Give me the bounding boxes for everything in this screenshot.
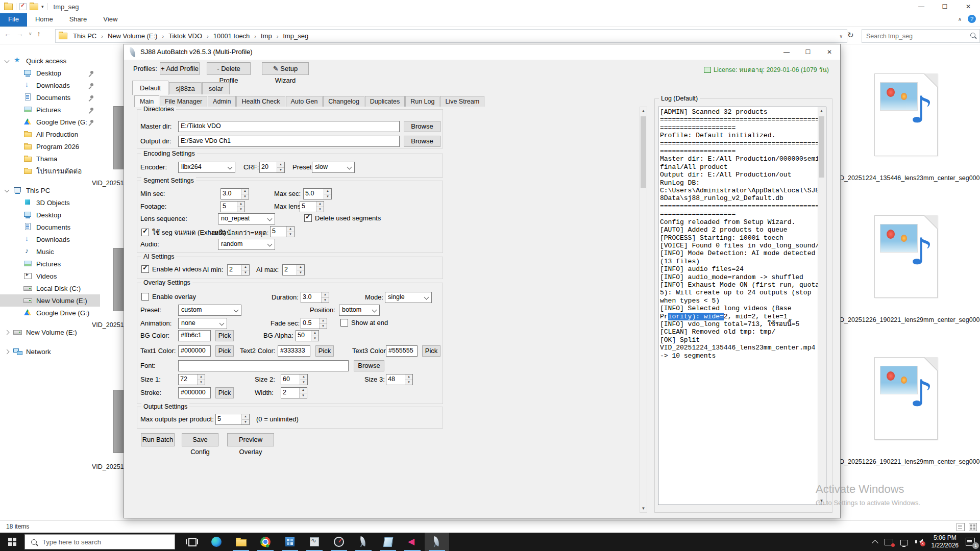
- remain-spinner[interactable]: 5▲▼: [270, 226, 295, 237]
- scrollbar-thumb[interactable]: [819, 116, 824, 178]
- spin-up-icon[interactable]: ▲: [277, 162, 284, 168]
- breadcrumb-item[interactable]: Tiktok VDO: [167, 31, 204, 41]
- crf-spinner[interactable]: 20▲▼: [259, 162, 285, 173]
- master-browse-button[interactable]: Browse: [404, 121, 440, 132]
- sidebar-item[interactable]: Downloads: [0, 79, 100, 91]
- font-input[interactable]: [178, 360, 349, 371]
- remote-access-tray-icon[interactable]: [885, 539, 893, 545]
- new-folder-icon[interactable]: [30, 4, 38, 10]
- clock[interactable]: 5:06 PM 1/22/2026: [932, 534, 959, 549]
- sidebar-item[interactable]: Google Drive (G:): [0, 307, 100, 319]
- max-lens-spinner[interactable]: 5▲▼: [300, 201, 324, 212]
- size2-spinner[interactable]: 60▲▼: [281, 374, 308, 385]
- main-tab[interactable]: Changelog: [323, 96, 364, 107]
- preset-dropdown[interactable]: slow: [312, 162, 355, 173]
- search-box[interactable]: Search tmp_seg: [862, 29, 980, 43]
- log-scrollbar[interactable]: ▲ ▼: [818, 107, 826, 505]
- large-icons-view-icon[interactable]: [969, 523, 977, 531]
- add-profile-button[interactable]: + Add Profile: [160, 62, 200, 75]
- main-tab[interactable]: Admin: [208, 96, 236, 107]
- sidebar-item[interactable]: New Volume (E:): [0, 294, 100, 307]
- text1-color-input[interactable]: #000000: [178, 345, 211, 357]
- duration-spinner[interactable]: 3.0▲▼: [301, 292, 329, 303]
- sidebar-item[interactable]: Downloads: [0, 233, 100, 245]
- forward-icon[interactable]: →: [16, 30, 23, 38]
- footage-spinner[interactable]: 5▲▼: [220, 201, 245, 212]
- output-browse-button[interactable]: Browse: [404, 136, 440, 147]
- enable-overlay-checkbox[interactable]: Enable overlay: [141, 293, 196, 300]
- setup-wizard-button[interactable]: ✎ Setup Wizard: [262, 62, 309, 75]
- video-thumbnail-partial[interactable]: [113, 390, 125, 453]
- file-name-partial[interactable]: VID_202512: [92, 463, 124, 470]
- expander-chevron-icon[interactable]: [5, 58, 10, 63]
- up-icon[interactable]: ↑: [37, 30, 41, 38]
- scroll-up-icon[interactable]: ▲: [640, 107, 647, 115]
- main-tab[interactable]: Live Stream: [440, 96, 484, 107]
- file-item[interactable]: ♪ D_20251226_190221_lens29mm_center_seg0…: [840, 357, 972, 465]
- start-button[interactable]: [0, 533, 24, 551]
- stroke-pick-button[interactable]: Pick: [215, 387, 234, 398]
- sidebar-item[interactable]: Thama: [0, 153, 100, 165]
- edge-icon[interactable]: [204, 533, 229, 551]
- properties-icon[interactable]: [19, 3, 27, 10]
- back-icon[interactable]: ←: [4, 30, 11, 38]
- breadcrumb-item[interactable]: tmp_seg: [281, 31, 310, 41]
- profile-tab[interactable]: sj88za: [169, 82, 202, 94]
- gauge-app-icon[interactable]: [327, 533, 351, 551]
- main-tab[interactable]: Health Check: [236, 96, 285, 107]
- expander-chevron-icon[interactable]: [5, 188, 10, 193]
- file-name-partial[interactable]: VID_202512: [92, 180, 124, 187]
- master-dir-input[interactable]: E:/Tiktok VDO: [178, 121, 400, 132]
- video-thumbnail-partial[interactable]: [113, 248, 125, 311]
- ribbon-tab[interactable]: File: [0, 13, 27, 27]
- text2-pick-button[interactable]: Pick: [315, 345, 334, 357]
- breadcrumb-item[interactable]: 10001 toech: [212, 31, 252, 41]
- sidebar-item[interactable]: Network: [0, 345, 100, 358]
- bg-alpha-spinner[interactable]: 50▲▼: [296, 330, 319, 341]
- main-tab[interactable]: Duplicates: [365, 96, 405, 107]
- sidebar-item[interactable]: All Production: [0, 128, 100, 140]
- ai-min-spinner[interactable]: 2▲▼: [227, 264, 250, 276]
- address-dropdown-icon[interactable]: ∨: [839, 34, 843, 39]
- sidebar-item[interactable]: Documents: [0, 221, 100, 233]
- sidebar-item[interactable]: Desktop: [0, 67, 100, 79]
- stroke-input[interactable]: #000000: [178, 387, 211, 398]
- profile-tab[interactable]: Default: [132, 81, 168, 95]
- size3-spinner[interactable]: 48▲▼: [386, 374, 413, 385]
- file-item[interactable]: ♪ D_20251224_135446_lens23mm_center_seg0…: [840, 73, 972, 182]
- details-view-icon[interactable]: [957, 523, 965, 531]
- bg-color-pick-button[interactable]: Pick: [215, 330, 234, 341]
- expander-chevron-icon[interactable]: [5, 349, 10, 355]
- fade-spinner[interactable]: 0.5▲▼: [301, 318, 327, 329]
- ribbon-tab[interactable]: Home: [27, 13, 61, 27]
- media-player-icon[interactable]: [400, 533, 425, 551]
- breadcrumb-item[interactable]: tmp: [259, 31, 274, 41]
- size1-spinner[interactable]: 72▲▼: [178, 374, 205, 385]
- expander-chevron-icon[interactable]: [5, 330, 10, 335]
- sidebar-item[interactable]: This PC: [0, 184, 100, 196]
- help-icon[interactable]: ?: [968, 15, 976, 23]
- position-dropdown[interactable]: bottom: [339, 305, 380, 316]
- sidebar-item[interactable]: Documents: [0, 91, 100, 104]
- system-monitor-icon[interactable]: [302, 533, 327, 551]
- close-button[interactable]: ✕: [957, 0, 980, 13]
- lens-sequence-dropdown[interactable]: no_repeat: [218, 213, 275, 224]
- ai-max-spinner[interactable]: 2▲▼: [282, 264, 305, 276]
- minimize-button[interactable]: —: [910, 0, 933, 13]
- ribbon-tab[interactable]: Share: [61, 13, 95, 27]
- sidebar-item[interactable]: โปรแกรมตัดต่อ: [0, 165, 100, 177]
- sidebar-item[interactable]: Videos: [0, 270, 100, 282]
- dialog-close-button[interactable]: ✕: [819, 44, 840, 60]
- profile-tab[interactable]: solar: [202, 82, 230, 94]
- bg-color-input[interactable]: #ffb6c1: [178, 330, 211, 341]
- taskbar-search-box[interactable]: Type here to search: [24, 534, 175, 549]
- animation-dropdown[interactable]: none: [178, 318, 227, 329]
- volume-muted-icon[interactable]: [915, 538, 924, 545]
- text2-color-input[interactable]: #333333: [278, 345, 310, 357]
- sidebar-item[interactable]: Quick access: [0, 55, 100, 67]
- chrome-icon[interactable]: [253, 533, 278, 551]
- dialog-minimize-button[interactable]: —: [776, 44, 797, 60]
- file-item[interactable]: ♪ D_20251226_190221_lens29mm_center_seg0…: [840, 215, 972, 323]
- main-tab[interactable]: Auto Gen: [286, 96, 323, 107]
- sidebar-item[interactable]: Music: [0, 245, 100, 258]
